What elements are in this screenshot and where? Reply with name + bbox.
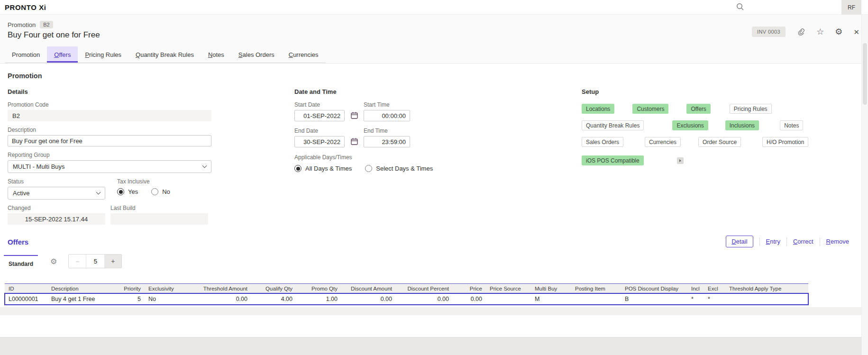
tab-quantity-break-rules[interactable]: Quantity Break Rules — [128, 46, 201, 63]
view-tab-standard[interactable]: Standard — [4, 255, 38, 267]
setup-chip-quantity-break-rules[interactable]: Quantity Break Rules — [582, 120, 644, 130]
setup-chip-ios-pos-compatible[interactable]: iOS POS Compatible — [582, 155, 644, 165]
cell-promo-qty: 1.00 — [296, 293, 341, 305]
favorite-star-icon[interactable]: ☆ — [816, 27, 824, 36]
reporting-group-select[interactable]: MULTI - Multi Buys — [8, 160, 211, 173]
page-header: Promotion B2 Buy Four get one for Free I… — [0, 15, 868, 64]
details-panel: Details Promotion Code B2 Description Re… — [8, 88, 211, 225]
cell-pos-discount-display: B — [621, 293, 687, 305]
setup-chip-exclusions[interactable]: Exclusions — [672, 120, 708, 130]
col-excl[interactable]: Excl — [704, 284, 725, 293]
col-promo-qty[interactable]: Promo Qty — [296, 284, 341, 293]
cell-threshold-apply-type — [725, 293, 808, 305]
col-qualify-qty[interactable]: Qualify Qty — [251, 284, 296, 293]
radio-unchecked-icon — [151, 188, 158, 195]
calendar-icon[interactable] — [345, 122, 364, 147]
chevron-down-icon — [202, 164, 207, 168]
inv-badge: INV 0003 — [752, 27, 786, 37]
tab-promotion[interactable]: Promotion — [5, 46, 47, 63]
stepper-minus-button[interactable]: − — [69, 255, 86, 268]
cell-qualify-qty: 4.00 — [251, 293, 296, 305]
end-date-label: End Date — [294, 127, 345, 134]
paperclip-icon[interactable] — [796, 27, 805, 36]
close-icon[interactable]: ✕ — [853, 28, 859, 36]
header-actions: INV 0003 ☆ ⚙ ✕ — [752, 27, 859, 37]
vertical-scrollbar[interactable] — [861, 15, 868, 355]
stepper-value: 5 — [86, 255, 104, 268]
col-posting-item[interactable]: Posting Item — [571, 284, 621, 293]
setup-chip-currencies[interactable]: Currencies — [645, 137, 681, 147]
all-days-times-radio[interactable]: All Days & Times — [294, 165, 352, 172]
page-size-stepper: − 5 + — [68, 254, 122, 268]
applicable-days-times-label: Applicable Days/Times — [294, 154, 441, 161]
setup-chip-locations[interactable]: Locations — [582, 104, 614, 114]
start-time-input[interactable] — [364, 110, 410, 121]
offers-toolbar: Standard ⚙ − 5 + — [4, 254, 122, 268]
tab-currencies[interactable]: Currencies — [282, 46, 326, 63]
settings-gear-icon[interactable]: ⚙ — [835, 27, 842, 36]
col-price[interactable]: Price — [453, 284, 486, 293]
setup-chip-ho-promotion[interactable]: H/O Promotion — [762, 137, 808, 147]
setup-chip-offers[interactable]: Offers — [686, 104, 710, 114]
stepper-plus-button[interactable]: + — [104, 255, 121, 268]
col-exclusivity[interactable]: Exclusivity — [145, 284, 180, 293]
setup-chip-inclusions[interactable]: Inclusions — [725, 120, 759, 130]
remove-button[interactable]: Remove — [826, 238, 849, 245]
end-date-input[interactable] — [294, 136, 345, 147]
correct-button[interactable]: Correct — [793, 238, 813, 245]
tab-offers[interactable]: Offers — [47, 46, 78, 63]
scrollbar-thumb[interactable] — [863, 43, 867, 105]
date-time-heading: Date and Time — [294, 88, 441, 95]
setup-panel: Setup Locations Customers Offers Pricing… — [582, 88, 847, 172]
start-date-input[interactable] — [294, 110, 345, 121]
cell-discount-percent: 0.00 — [396, 293, 453, 305]
col-threshold-amount[interactable]: Threshold Amount — [180, 284, 251, 293]
col-id[interactable]: ID — [5, 284, 47, 293]
cell-exclusivity: No — [145, 293, 180, 305]
setup-chip-notes[interactable]: Notes — [780, 120, 803, 130]
details-heading: Details — [8, 88, 211, 95]
setup-chip-order-source[interactable]: Order Source — [698, 137, 741, 147]
avatar[interactable]: RF — [841, 0, 861, 15]
detail-button[interactable]: Detail — [726, 236, 753, 247]
col-description[interactable]: Description — [47, 284, 114, 293]
select-days-times-radio[interactable]: Select Days & Times — [365, 165, 433, 172]
tab-notes[interactable]: Notes — [201, 46, 231, 63]
changed-field: 15-SEP-2022 15.17.44 — [8, 213, 105, 225]
description-input[interactable] — [8, 135, 211, 146]
col-multi-buy[interactable]: Multi Buy — [531, 284, 571, 293]
search-icon[interactable] — [736, 2, 744, 11]
top-bar: PRONTO Xi RF — [0, 0, 868, 15]
col-discount-percent[interactable]: Discount Percent — [396, 284, 453, 293]
pronto-xi-logo: PRONTO Xi — [5, 3, 46, 11]
page-title: Buy Four get one for Free — [8, 30, 100, 40]
tax-inclusive-yes-radio[interactable]: Yes — [117, 188, 138, 195]
breadcrumb-label: Promotion — [8, 21, 36, 28]
end-time-input[interactable] — [364, 136, 410, 147]
col-discount-amount[interactable]: Discount Amount — [341, 284, 396, 293]
radio-unchecked-icon — [365, 165, 372, 172]
cell-threshold-amount: 0.00 — [180, 293, 251, 305]
status-label: Status — [8, 178, 105, 185]
setup-chip-pricing-rules[interactable]: Pricing Rules — [730, 104, 772, 114]
tax-inclusive-no-radio[interactable]: No — [151, 188, 170, 195]
offers-heading: Offers — [8, 238, 28, 246]
col-priority[interactable]: Priority — [114, 284, 145, 293]
tab-pricing-rules[interactable]: Pricing Rules — [78, 46, 128, 63]
setup-chip-customers[interactable]: Customers — [632, 104, 668, 114]
entry-button[interactable]: Entry — [766, 238, 780, 245]
grid-settings-gear-icon[interactable]: ⚙ — [50, 257, 57, 266]
tab-sales-orders[interactable]: Sales Orders — [231, 46, 282, 63]
status-select[interactable]: Active — [8, 187, 105, 200]
calendar-icon[interactable] — [345, 101, 364, 121]
col-price-source[interactable]: Price Source — [486, 284, 531, 293]
start-date-label: Start Date — [294, 101, 345, 108]
setup-chip-sales-orders[interactable]: Sales Orders — [582, 137, 623, 147]
cell-discount-amount: 0.00 — [341, 293, 396, 305]
expand-icon[interactable] — [677, 157, 684, 164]
col-threshold-apply-type[interactable]: Threshold Apply Type — [725, 284, 808, 293]
cell-incl: * — [687, 293, 704, 305]
table-row[interactable]: L00000001 Buy 4 get 1 Free 5 No 0.00 4.0… — [5, 293, 808, 305]
col-incl[interactable]: Incl — [687, 284, 704, 293]
col-pos-discount-display[interactable]: POS Discount Display — [621, 284, 687, 293]
